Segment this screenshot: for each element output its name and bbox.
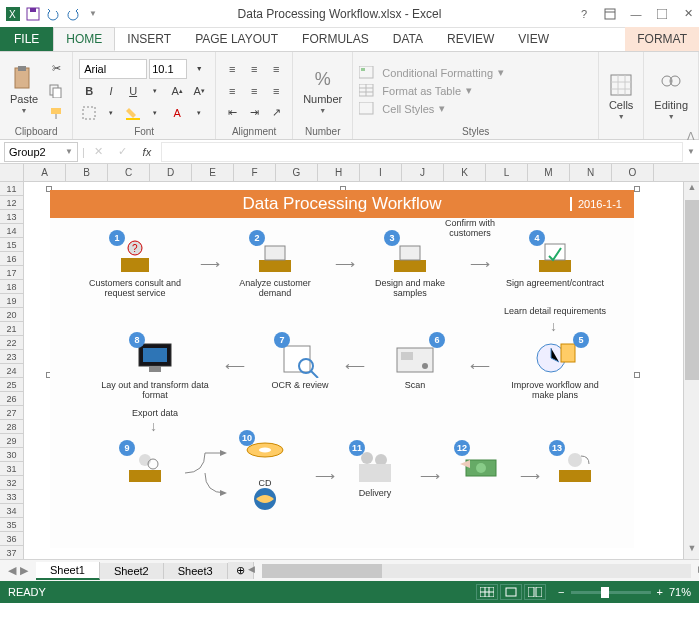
- name-box[interactable]: Group2▼: [4, 142, 78, 162]
- row-header[interactable]: 36: [0, 532, 23, 546]
- paste-button[interactable]: Paste ▼: [6, 65, 42, 116]
- row-header[interactable]: 16: [0, 252, 23, 266]
- workflow-diagram[interactable]: 1? Customers consult and request service…: [50, 218, 634, 548]
- row-header[interactable]: 23: [0, 350, 23, 364]
- tab-format[interactable]: FORMAT: [625, 27, 699, 51]
- sheet-nav[interactable]: ◀▶: [0, 564, 36, 577]
- col-header[interactable]: M: [528, 164, 570, 181]
- align-top-icon[interactable]: ≡: [222, 59, 242, 79]
- increase-font-icon[interactable]: A▴: [167, 81, 187, 101]
- maximize-icon[interactable]: [655, 7, 669, 21]
- vertical-scrollbar[interactable]: ▲ ▼: [683, 182, 699, 559]
- col-header[interactable]: K: [444, 164, 486, 181]
- row-header[interactable]: 30: [0, 448, 23, 462]
- excel-icon[interactable]: X: [4, 5, 22, 23]
- qat-dropdown-icon[interactable]: ▼: [84, 5, 102, 23]
- row-header[interactable]: 11: [0, 182, 23, 196]
- wf-node-10[interactable]: 10 CD: [225, 436, 305, 514]
- redo-icon[interactable]: [64, 5, 82, 23]
- row-header[interactable]: 33: [0, 490, 23, 504]
- col-header[interactable]: G: [276, 164, 318, 181]
- tab-home[interactable]: HOME: [53, 27, 115, 51]
- wf-node-12[interactable]: 12: [445, 446, 515, 488]
- normal-view-icon[interactable]: [476, 584, 498, 600]
- underline-button[interactable]: U: [123, 81, 143, 101]
- col-header[interactable]: N: [570, 164, 612, 181]
- col-header[interactable]: D: [150, 164, 192, 181]
- orientation-icon[interactable]: ↗: [266, 103, 286, 123]
- row-header[interactable]: 22: [0, 336, 23, 350]
- horizontal-scrollbar[interactable]: ◀ ▶: [262, 564, 691, 578]
- row-header[interactable]: 21: [0, 322, 23, 336]
- help-icon[interactable]: ?: [577, 7, 591, 21]
- tab-data[interactable]: DATA: [381, 27, 435, 51]
- selection-handle[interactable]: [634, 372, 640, 378]
- row-header[interactable]: 14: [0, 224, 23, 238]
- tab-file[interactable]: FILE: [0, 27, 53, 51]
- row-header[interactable]: 27: [0, 406, 23, 420]
- align-bottom-icon[interactable]: ≡: [266, 59, 286, 79]
- wf-node-4[interactable]: 4 Sign agreement/contract: [500, 236, 610, 288]
- row-header[interactable]: 35: [0, 518, 23, 532]
- align-center-icon[interactable]: ≡: [244, 81, 264, 101]
- font-color-button[interactable]: A: [167, 103, 187, 123]
- formula-input[interactable]: [161, 142, 683, 162]
- tab-formulas[interactable]: FORMULAS: [290, 27, 381, 51]
- decrease-indent-icon[interactable]: ⇤: [222, 103, 242, 123]
- wf-node-13[interactable]: 13: [540, 446, 610, 488]
- row-header[interactable]: 28: [0, 420, 23, 434]
- col-header[interactable]: J: [402, 164, 444, 181]
- next-sheet-icon[interactable]: ▶: [20, 564, 28, 577]
- row-header[interactable]: 20: [0, 308, 23, 322]
- wf-node-9[interactable]: 9: [105, 446, 185, 488]
- cut-icon[interactable]: ✂: [46, 59, 66, 79]
- copy-icon[interactable]: [46, 81, 66, 101]
- row-header[interactable]: 13: [0, 210, 23, 224]
- col-header[interactable]: F: [234, 164, 276, 181]
- tab-insert[interactable]: INSERT: [115, 27, 183, 51]
- close-icon[interactable]: ✕: [681, 7, 695, 21]
- cells-area[interactable]: Data Processing Workflow 2016-1-1 1? Cus…: [24, 182, 683, 559]
- col-header[interactable]: A: [24, 164, 66, 181]
- zoom-slider[interactable]: [571, 591, 651, 594]
- wf-node-3[interactable]: 3 Design and make samples: [360, 236, 460, 298]
- fill-color-button[interactable]: [123, 103, 143, 123]
- zoom-control[interactable]: − + 71%: [558, 586, 691, 598]
- sheet-tab-3[interactable]: Sheet3: [164, 563, 228, 579]
- cells-button[interactable]: Cells ▼: [605, 71, 637, 122]
- row-header[interactable]: 32: [0, 476, 23, 490]
- sheet-tab-2[interactable]: Sheet2: [100, 563, 164, 579]
- cancel-icon[interactable]: ✕: [89, 142, 109, 162]
- col-header[interactable]: L: [486, 164, 528, 181]
- italic-button[interactable]: I: [101, 81, 121, 101]
- wf-node-2[interactable]: 2 Analyze customer demand: [225, 236, 325, 298]
- row-header[interactable]: 37: [0, 546, 23, 559]
- row-header[interactable]: 15: [0, 238, 23, 252]
- col-header[interactable]: I: [360, 164, 402, 181]
- font-name-select[interactable]: [79, 59, 147, 79]
- workflow-banner[interactable]: Data Processing Workflow 2016-1-1: [50, 190, 634, 218]
- row-header[interactable]: 19: [0, 294, 23, 308]
- page-layout-view-icon[interactable]: [500, 584, 522, 600]
- selection-handle[interactable]: [634, 186, 640, 192]
- expand-formula-icon[interactable]: ▼: [687, 147, 695, 156]
- increase-indent-icon[interactable]: ⇥: [244, 103, 264, 123]
- row-header[interactable]: 26: [0, 392, 23, 406]
- align-middle-icon[interactable]: ≡: [244, 59, 264, 79]
- wf-node-6[interactable]: 6 Scan: [375, 338, 455, 390]
- font-size-select[interactable]: [149, 59, 187, 79]
- select-all-corner[interactable]: [0, 164, 24, 181]
- wf-node-11[interactable]: 11 Delivery: [340, 446, 410, 498]
- wf-node-7[interactable]: 7 OCR & review: [260, 338, 340, 390]
- minimize-icon[interactable]: —: [629, 7, 643, 21]
- tab-review[interactable]: REVIEW: [435, 27, 506, 51]
- col-header[interactable]: C: [108, 164, 150, 181]
- col-header[interactable]: B: [66, 164, 108, 181]
- sheet-tab-1[interactable]: Sheet1: [36, 562, 100, 580]
- prev-sheet-icon[interactable]: ◀: [8, 564, 16, 577]
- row-header[interactable]: 25: [0, 378, 23, 392]
- fx-button[interactable]: fx: [137, 142, 157, 162]
- row-header[interactable]: 29: [0, 434, 23, 448]
- wf-node-8[interactable]: 8 Lay out and transform data format: [90, 338, 220, 400]
- col-header[interactable]: H: [318, 164, 360, 181]
